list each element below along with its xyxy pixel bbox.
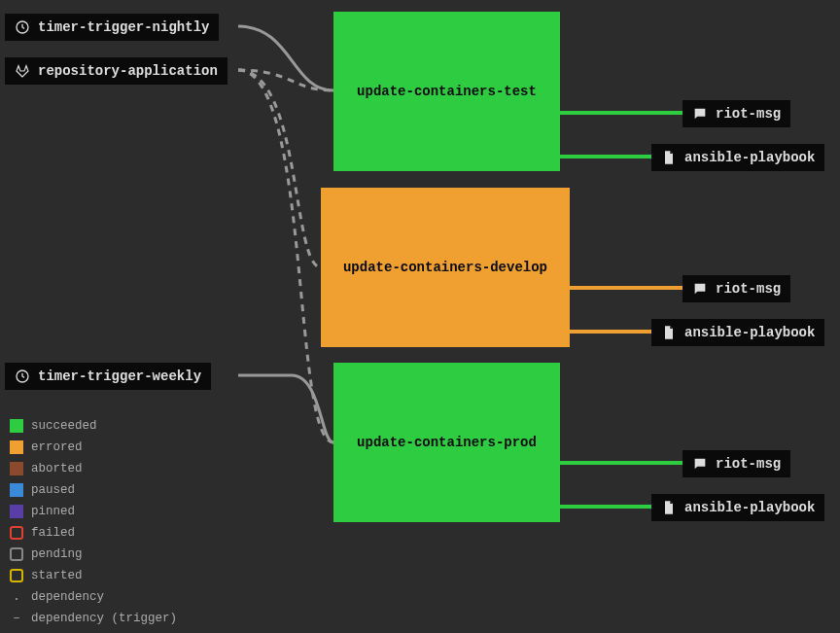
legend-label: pending [31, 547, 83, 561]
swatch-paused [10, 483, 23, 497]
legend-label: succeeded [31, 419, 97, 433]
swatch-succeeded [10, 419, 23, 433]
legend-label: errored [31, 440, 83, 454]
file-icon [661, 500, 677, 515]
job-label: update-containers-develop [343, 260, 547, 275]
legend-errored: errored [10, 437, 177, 458]
job-update-containers-test[interactable]: update-containers-test [333, 12, 560, 171]
legend-label: started [31, 569, 83, 582]
trigger-label: repository-application [38, 63, 218, 79]
swatch-aborted [10, 462, 23, 475]
output-ansible-playbook-prod[interactable]: ansible-playbook [651, 494, 824, 521]
legend-dependency-trigger: – dependency (trigger) [10, 608, 177, 629]
legend-pending: pending [10, 544, 177, 565]
job-label: update-containers-test [357, 84, 537, 99]
output-riot-msg-develop[interactable]: riot-msg [682, 275, 790, 302]
legend-label: dependency [31, 590, 104, 604]
dash-icon: – [10, 612, 23, 625]
file-icon [661, 325, 677, 340]
trigger-timer-nightly[interactable]: timer-trigger-nightly [5, 14, 219, 41]
legend-label: paused [31, 483, 75, 497]
trigger-label: timer-trigger-weekly [38, 369, 201, 384]
pipeline-canvas: timer-trigger-nightly repository-applica… [0, 0, 840, 633]
job-update-containers-develop[interactable]: update-containers-develop [321, 188, 570, 347]
clock-icon [15, 369, 30, 384]
output-riot-msg-test[interactable]: riot-msg [682, 100, 790, 127]
output-label: ansible-playbook [684, 500, 815, 515]
legend-started: started [10, 565, 177, 586]
output-label: ansible-playbook [684, 325, 815, 340]
swatch-started [10, 569, 23, 582]
legend-paused: paused [10, 479, 177, 501]
trigger-label: timer-trigger-nightly [38, 19, 209, 35]
legend-aborted: aborted [10, 458, 177, 479]
swatch-pending [10, 547, 23, 561]
legend: succeeded errored aborted paused pinned … [10, 415, 177, 629]
legend-label: pinned [31, 505, 75, 518]
trigger-timer-weekly[interactable]: timer-trigger-weekly [5, 363, 211, 390]
swatch-errored [10, 440, 23, 454]
output-ansible-playbook-develop[interactable]: ansible-playbook [651, 319, 824, 346]
clock-icon [15, 19, 30, 35]
swatch-pinned [10, 505, 23, 518]
output-riot-msg-prod[interactable]: riot-msg [682, 450, 790, 477]
output-label: ansible-playbook [684, 150, 815, 165]
output-label: riot-msg [716, 106, 781, 122]
legend-failed: failed [10, 522, 177, 544]
chat-icon [692, 106, 708, 122]
legend-pinned: pinned [10, 501, 177, 522]
legend-succeeded: succeeded [10, 415, 177, 437]
output-label: riot-msg [716, 456, 781, 472]
file-icon [661, 150, 677, 165]
output-ansible-playbook-test[interactable]: ansible-playbook [651, 144, 824, 171]
dot-icon: . [10, 590, 23, 604]
legend-label: aborted [31, 462, 83, 475]
job-label: update-containers-prod [357, 435, 537, 450]
swatch-failed [10, 526, 23, 540]
output-label: riot-msg [716, 281, 781, 297]
legend-label: dependency (trigger) [31, 612, 177, 625]
trigger-repository-application[interactable]: repository-application [5, 57, 228, 85]
legend-label: failed [31, 526, 75, 540]
gitlab-icon [15, 63, 30, 79]
chat-icon [692, 456, 708, 472]
job-update-containers-prod[interactable]: update-containers-prod [333, 363, 560, 522]
legend-dependency: . dependency [10, 586, 177, 608]
chat-icon [692, 281, 708, 297]
